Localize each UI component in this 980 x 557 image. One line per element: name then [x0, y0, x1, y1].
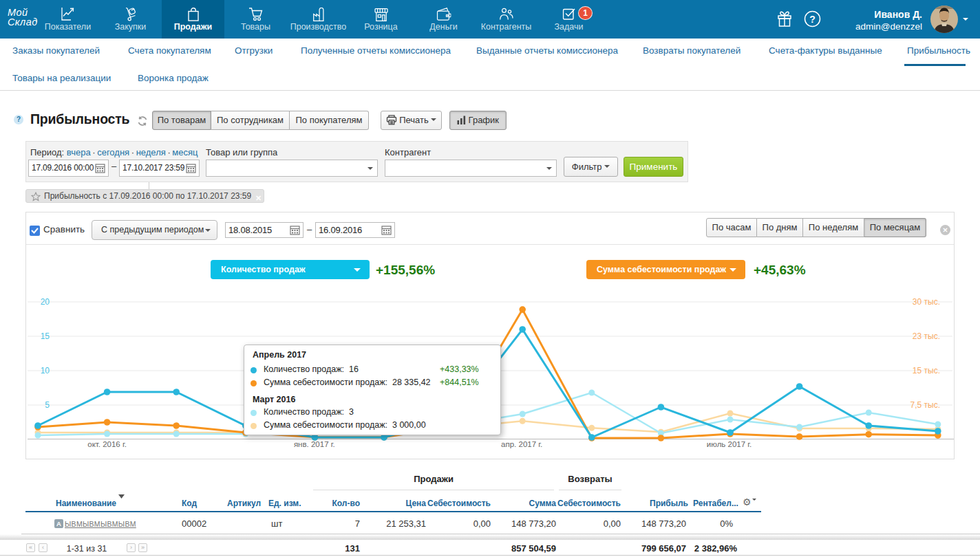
svg-text:окт. 2016 г.: окт. 2016 г.	[87, 440, 127, 448]
svg-text:5: 5	[45, 400, 50, 410]
svg-text:20: 20	[41, 297, 50, 307]
svg-text:?: ?	[809, 14, 816, 25]
svg-text:15 тыс.: 15 тыс.	[913, 366, 940, 375]
svg-text:30 тыс.: 30 тыс.	[913, 297, 940, 307]
svg-text:23 тыс.: 23 тыс.	[913, 331, 940, 341]
svg-text:янв. 2017 г.: янв. 2017 г.	[294, 440, 335, 448]
svg-text:апр. 2017 г.: апр. 2017 г.	[501, 440, 542, 448]
svg-text:10: 10	[41, 366, 50, 375]
svg-text:июль 2017 г.: июль 2017 г.	[707, 440, 752, 448]
svg-text:7,5 тыс.: 7,5 тыс.	[910, 400, 940, 410]
svg-text:15: 15	[41, 331, 50, 341]
